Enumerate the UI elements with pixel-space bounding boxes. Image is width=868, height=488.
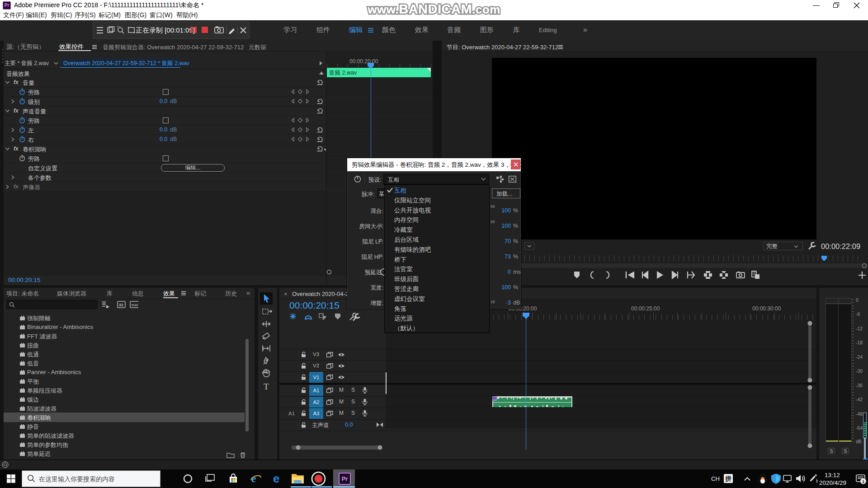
- svg-text:www.BANDICAM.com: www.BANDICAM.com: [367, 2, 500, 16]
- svg-text:1: 1: [862, 479, 865, 484]
- svg-text:e: e: [273, 473, 279, 485]
- svg-text:YUV: YUV: [131, 303, 138, 307]
- svg-text:e: e: [251, 473, 256, 484]
- svg-text:32: 32: [119, 302, 124, 307]
